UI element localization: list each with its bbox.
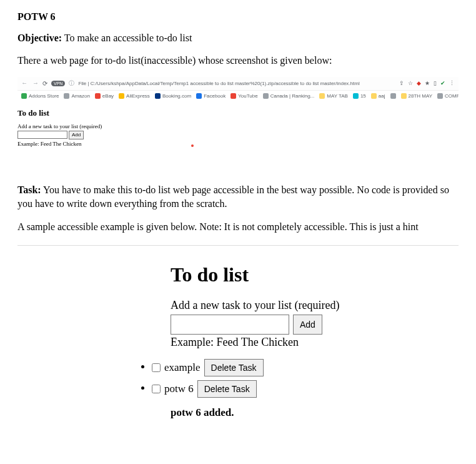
task-checkbox[interactable] (152, 385, 161, 393)
bookmark-item: 28TH MAY (401, 93, 433, 99)
sample-title: To do list (171, 263, 459, 286)
info-icon: ⓘ (69, 79, 74, 88)
bookmark-label: Amazon (71, 93, 89, 99)
bookmark-item: AliExpress (119, 93, 150, 99)
sample-intro: A sample accessible example is given bel… (17, 220, 459, 234)
browser-address-bar: ← → ⟳ VPN ⓘ File | C:/Users/kshpa/AppDat… (17, 77, 459, 91)
task-checkbox[interactable] (152, 363, 161, 372)
bookmark-item: Booking.com (155, 93, 191, 99)
bookmarks-bar: Addons StoreAmazoneBayAliExpressBooking.… (17, 91, 459, 102)
bookmark-label: Addons Store (29, 93, 59, 99)
window-icon: ▯ (434, 80, 437, 86)
intro-text: There a web page for to-do list(inaccess… (17, 54, 459, 68)
delete-task-button[interactable]: Delete Task (204, 359, 264, 376)
sample-add-button[interactable]: Add (293, 315, 322, 335)
task-text: You have to make this to-do list web pag… (17, 184, 449, 209)
bookmark-icon (319, 93, 325, 99)
bookmark-icon (437, 93, 443, 99)
sample-input-label: Add a new task to your list (required) (171, 299, 459, 312)
bookmark-label: MAY TAB (327, 93, 348, 99)
task-text: potw 6 (164, 383, 194, 395)
reload-icon: ⟳ (42, 80, 47, 87)
sample-task-input[interactable] (171, 315, 289, 335)
nav-arrows: ← → (21, 80, 39, 86)
bookmark-item: aaj (371, 93, 385, 99)
bookmark-item: Facebook (196, 93, 226, 99)
bookmark-icon (155, 93, 161, 99)
menu-icon: ⋮ (449, 80, 455, 86)
objective-text: To make an accessible to-do list (62, 33, 192, 43)
check-icon: ✔ (440, 80, 445, 86)
bookmark-item: YouTube (231, 93, 257, 99)
sample-task-list: exampleDelete Taskpotw 6Delete Task (152, 359, 459, 398)
page-title: POTW 6 (17, 11, 459, 23)
bookmark-icon (119, 93, 124, 99)
bookmark-label: Facebook (204, 93, 226, 99)
bookmark-label: AliExpress (126, 93, 150, 99)
list-item: potw 6Delete Task (152, 380, 459, 398)
bookmark-label: 28TH MAY (409, 93, 433, 99)
bookmark-icon (196, 93, 202, 99)
bookmark-label: Canada | Ranking... (270, 93, 315, 99)
delete-task-button[interactable]: Delete Task (197, 380, 257, 398)
share-icon: ⇪ (399, 80, 404, 86)
bookmark-item: Canada | Ranking... (263, 93, 315, 99)
cursor-dot-icon (191, 144, 194, 147)
forward-icon: → (32, 80, 39, 86)
divider (17, 245, 459, 246)
bookmark-label: eBay (102, 93, 114, 99)
browser-screenshot: ← → ⟳ VPN ⓘ File | C:/Users/kshpa/AppDat… (17, 77, 459, 152)
objective-line: Objective: To make an accessible to-do l… (17, 31, 459, 45)
url-text: File | C:/Users/kshpa/AppData/Local/Temp… (78, 81, 395, 86)
bookmark-label: aaj (379, 93, 385, 99)
bookmark-icon (64, 93, 69, 99)
bookmark-item (390, 93, 396, 99)
bookmark-item: Addons Store (21, 93, 59, 99)
sample-accessible-example: To do list Add a new task to your list (… (171, 263, 459, 419)
bookmark-icon (263, 93, 269, 99)
bookmark-icon (390, 93, 396, 99)
bookmark-icon (371, 93, 377, 99)
bookmark-icon (353, 93, 359, 99)
vpn-badge: VPN (51, 81, 65, 86)
bookmark-icon (21, 93, 27, 99)
mock-add-button: Add (69, 131, 84, 139)
task-text: example (164, 361, 201, 374)
star-icon: ☆ (408, 80, 413, 86)
bookmark-item: COMPUTER SCIENC... (437, 93, 459, 99)
inaccessible-page-content: To do list Add a new task to your list (… (17, 102, 459, 152)
list-item: exampleDelete Task (152, 359, 459, 376)
shield-icon: ◆ (417, 80, 421, 86)
mock-example-text: Example: Feed The Chicken (17, 141, 459, 147)
bookmark-icon (231, 93, 236, 99)
mock-page-title: To do list (17, 108, 459, 118)
bookmark-item: 15 (353, 93, 366, 99)
mock-input-label: Add a new task to your list (required) (17, 123, 459, 129)
bookmark-icon (95, 93, 101, 99)
sample-status-text: potw 6 added. (171, 406, 459, 419)
bookmark-item: eBay (95, 93, 114, 99)
bookmark-label: Booking.com (162, 93, 191, 99)
bookmark-label: YouTube (238, 93, 257, 99)
objective-label: Objective: (17, 33, 62, 43)
bookmark-label: 15 (360, 93, 366, 99)
bookmark-item: MAY TAB (319, 93, 348, 99)
mock-task-input (17, 131, 67, 139)
task-label: Task: (17, 184, 41, 195)
address-bar-icons: ⇪ ☆ ◆ ★ ▯ ✔ ⋮ (399, 80, 455, 86)
task-line: Task: You have to make this to-do list w… (17, 183, 459, 211)
extensions-icon: ★ (425, 80, 430, 86)
sample-example-text: Example: Feed The Chicken (171, 336, 459, 349)
bookmark-icon (401, 93, 407, 99)
back-icon: ← (21, 80, 27, 86)
bookmark-label: COMPUTER SCIENC... (445, 93, 459, 99)
bookmark-item: Amazon (64, 93, 89, 99)
